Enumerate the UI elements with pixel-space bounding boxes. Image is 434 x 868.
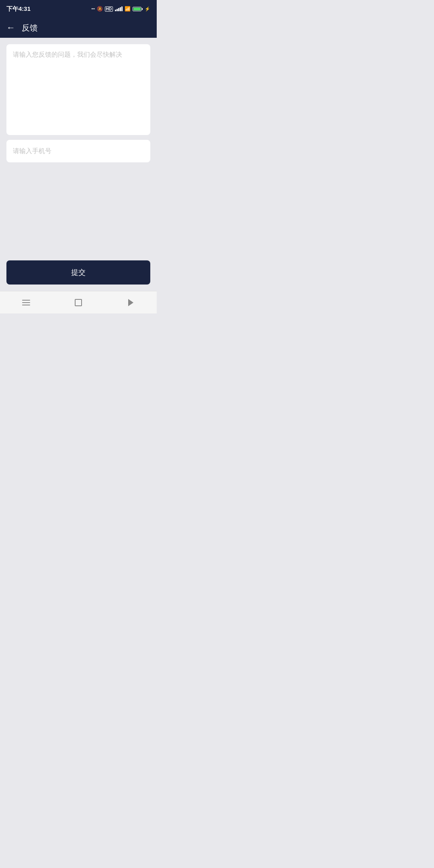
nav-home-button[interactable] (70, 295, 86, 311)
back-arrow-icon (128, 299, 133, 306)
phone-input[interactable] (13, 147, 144, 155)
nav-bar: ← 反馈 (0, 18, 157, 38)
back-button[interactable]: ← (6, 23, 15, 33)
feedback-textarea[interactable] (13, 51, 144, 127)
status-icons: ··· 🔕 HD 📶 ⚡ (91, 6, 150, 12)
page-title: 反馈 (22, 23, 38, 33)
status-bar: 下午4:31 ··· 🔕 HD 📶 ⚡ (0, 0, 157, 18)
mute-icon: 🔕 (97, 6, 103, 12)
main-content (0, 38, 157, 260)
feedback-card (6, 44, 150, 135)
battery-icon (133, 7, 143, 11)
nav-menu-button[interactable] (18, 295, 34, 311)
signal-bars-icon (115, 6, 123, 11)
menu-icon (22, 300, 30, 305)
hd-label: HD (105, 6, 113, 12)
wifi-icon: 📶 (125, 6, 131, 12)
signal-dots: ··· (91, 6, 95, 12)
submit-button[interactable]: 提交 (6, 260, 150, 285)
battery-bolt-icon: ⚡ (145, 6, 150, 12)
bottom-nav (0, 291, 157, 313)
phone-card (6, 140, 150, 162)
status-time: 下午4:31 (6, 5, 31, 13)
spacer (6, 167, 150, 260)
nav-back-button[interactable] (123, 295, 139, 311)
home-icon (75, 299, 82, 306)
